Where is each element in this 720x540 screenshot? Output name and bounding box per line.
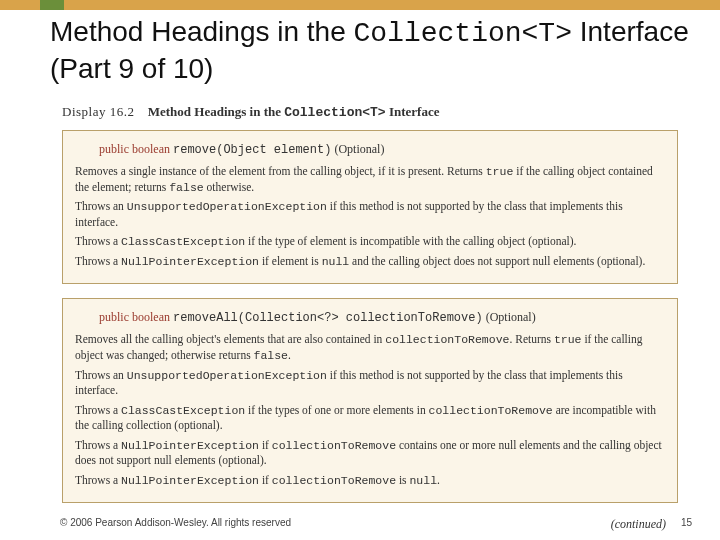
t: Throws a [75,255,121,267]
display-title: Method Headings in the Collection<T> Int… [148,104,440,119]
desc-line: Throws a NullPointerException if collect… [75,438,665,469]
code-true: true [554,333,582,346]
code-null: null [322,255,350,268]
desc-line: Throws a NullPointerException if collect… [75,473,665,489]
code-ex: NullPointerException [121,474,259,487]
footer: © 2006 Pearson Addison-Wesley. All right… [60,517,692,528]
t: if the type of element is incompatible w… [245,235,576,247]
code-true: true [486,165,514,178]
display-title-code: Collection<T> [284,105,385,120]
sig-keywords: public boolean [99,142,170,156]
code-ex: NullPointerException [121,439,259,452]
sig-keywords: public boolean [99,310,170,324]
sig-optional: (Optional) [334,142,384,156]
signature-remove: public boolean remove(Object element) (O… [99,141,665,158]
code-arg: collectionToRemove [272,439,396,452]
t: Removes all the calling object's element… [75,333,385,345]
display-title-prefix: Method Headings in the [148,104,285,119]
sig-code: remove(Object element) [173,143,331,157]
code-arg: collectionToRemove [272,474,396,487]
desc-line: Removes a single instance of the element… [75,164,665,195]
t: Throws an [75,200,127,212]
page-number: 15 [681,517,692,528]
t: Throws a [75,235,121,247]
code-ex: NullPointerException [121,255,259,268]
desc-line: Throws an UnsupportedOperationException … [75,368,665,399]
accent-bar [0,0,720,10]
display-heading: Display 16.2 Method Headings in the Coll… [62,104,698,120]
t: Throws a [75,474,121,486]
t: if element is [259,255,322,267]
code-ex: UnsupportedOperationException [127,369,327,382]
t: if [259,439,272,451]
t: if the types of one or more elements in [245,404,428,416]
t: . Returns [509,333,553,345]
code-ex: UnsupportedOperationException [127,200,327,213]
desc-line: Throws a NullPointerException if element… [75,254,665,270]
desc-line: Throws a ClassCastException if the types… [75,403,665,434]
code-ex: ClassCastException [121,235,245,248]
code-arg: collectionToRemove [429,404,553,417]
copyright: © 2006 Pearson Addison-Wesley. All right… [60,517,291,528]
page-title: Method Headings in the Collection<T> Int… [50,14,698,86]
display-label: Display 16.2 [62,104,134,119]
t: Throws a [75,439,121,451]
code-null: null [409,474,437,487]
sig-optional: (Optional) [486,310,536,324]
t: Throws a [75,404,121,416]
desc-line: Removes all the calling object's element… [75,332,665,363]
desc-line: Throws a ClassCastException if the type … [75,234,665,250]
desc-line: Throws an UnsupportedOperationException … [75,199,665,230]
slide-body: Method Headings in the Collection<T> Int… [0,0,720,532]
t: if [259,474,272,486]
t: otherwise. [204,181,254,193]
t: is [396,474,409,486]
sig-code: removeAll(Collection<?> collectionToRemo… [173,311,483,325]
code-false: false [254,349,289,362]
method-box-removeall: public boolean removeAll(Collection<?> c… [62,298,678,503]
t: . [437,474,440,486]
title-prefix: Method Headings in the [50,16,354,47]
code-ex: ClassCastException [121,404,245,417]
t: and the calling object does not support … [349,255,645,267]
t: Removes a single instance of the element… [75,165,486,177]
signature-removeall: public boolean removeAll(Collection<?> c… [99,309,665,326]
title-code: Collection<T> [354,18,572,49]
t: . [288,349,291,361]
display-title-suffix: Interface [386,104,440,119]
t: Throws an [75,369,127,381]
method-box-remove: public boolean remove(Object element) (O… [62,130,678,284]
code-false: false [169,181,204,194]
code-arg: collectionToRemove [385,333,509,346]
